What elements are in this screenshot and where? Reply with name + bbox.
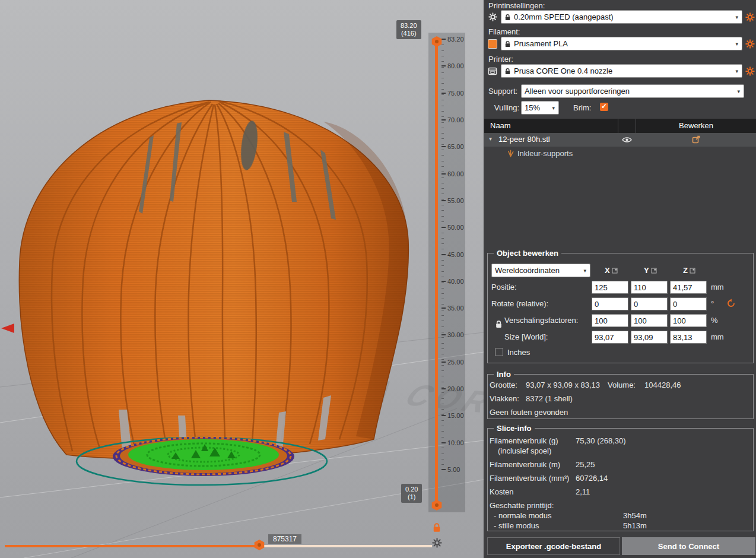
slider-settings-gear-icon[interactable] [432,538,442,548]
lock-icon [504,40,511,47]
unit-label: % [711,316,718,325]
brim-checkbox[interactable] [600,103,608,111]
rotation-z-input[interactable] [670,297,707,310]
size-z-input[interactable] [670,331,707,344]
ruler-tick: 10.00 [441,439,464,446]
position-z-input[interactable] [670,281,707,294]
3d-viewport[interactable]: PRUSA CORE [0,0,484,558]
volume-label: Volume: [608,381,636,389]
axis-box-icon[interactable] [612,268,618,274]
x-axis-arrow-icon [1,324,14,333]
print-settings-row: 0.20mm SPEED (aangepast) ▾ [487,10,755,24]
unit-label: mm [711,283,724,291]
slice-row-value: 60726,14 [576,474,608,483]
printer-icon[interactable] [487,66,498,76]
export-gcode-button[interactable]: Exporteer .gcode-bestand [487,537,620,555]
rotation-y-input[interactable] [631,297,668,310]
position-y-input[interactable] [631,281,668,294]
visibility-eye-icon[interactable] [622,137,632,143]
send-to-connect-button[interactable]: Send to Connect [622,537,755,555]
slice-row-label: (inclusief spoel) [498,446,551,455]
ruler-tick: 75.00 [441,90,464,97]
slice-row-label: Filamentverbruik (m) [490,460,560,469]
layer-ruler: 83.20 80.00 75.00 70.00 65.00 60.00 55.0… [441,36,464,473]
chevron-down-icon: ▾ [583,268,586,274]
scene-canvas[interactable]: PRUSA CORE [0,0,484,558]
size-y-input[interactable] [631,331,668,344]
ruler-tick: 80.00 [441,62,464,69]
slice-row-value: 2,11 [576,487,590,496]
brim-label: Brim: [573,103,591,112]
filament-combo[interactable]: Prusament PLA ▾ [501,37,742,50]
reset-rotation-button[interactable] [726,299,736,308]
slice-row-label: Filamentverbruik (mm³) [490,474,569,483]
print-settings-label: Printinstellingen: [488,1,545,10]
volume-value: 104428,46 [644,381,681,389]
slider-lock-icon[interactable] [432,522,441,532]
size-x-input[interactable] [592,331,628,344]
unit-label: ° [711,299,714,308]
infill-label: Vulling: [488,103,519,112]
printer-gear-icon[interactable] [745,66,755,76]
print-settings-combo[interactable]: 0.20mm SPEED (aangepast) ▾ [501,10,742,24]
printer-combo[interactable]: Prusa CORE One 0.4 nozzle ▾ [501,64,742,78]
axis-box-icon[interactable] [651,268,657,274]
scale-x-input[interactable] [592,314,628,327]
object-list-row[interactable]: ▾ 12-peer 80h.stl [484,133,756,147]
model-object[interactable] [19,100,408,459]
info-group-title: Info [494,370,514,379]
infill-value: 15% [525,103,540,112]
layer-min-tooltip: 0.20 (1) [401,484,422,503]
slice-row-value: 75,30 (268,30) [576,436,626,445]
rotation-x-input[interactable] [592,297,628,310]
support-combo[interactable]: Alleen voor supportforceringen ▾ [521,84,744,98]
filament-swatch[interactable] [487,39,498,49]
print-settings-tab-icon[interactable] [487,12,498,21]
coordinate-system-value: Wereldcoördinaten [495,266,560,275]
column-separator [618,119,618,133]
scale-y-input[interactable] [631,314,668,327]
object-list-header: Naam Bewerken [484,119,756,133]
ruler-tick: 50.00 [441,224,464,231]
ruler-tick: 5.00 [441,466,464,473]
layer-max-tooltip: 83.20 (416) [396,20,421,39]
filament-label: Filament: [488,27,520,36]
printer-value: Prusa CORE One 0.4 nozzle [514,66,612,75]
printer-row: Prusa CORE One 0.4 nozzle ▾ [487,64,755,78]
slice-row-label: Filamentverbruik (g) [490,436,558,445]
filament-gear-icon[interactable] [745,39,755,49]
inches-label: Inches [507,348,530,357]
ruler-tick: 20.00 [441,385,464,392]
column-name: Naam [490,121,511,130]
position-x-input[interactable] [592,281,628,294]
object-sub-item-row[interactable]: Inkleur-supports [484,147,756,160]
move-slider-track-rest[interactable] [255,545,432,547]
axis-box-icon[interactable] [690,268,695,274]
coordinate-system-combo[interactable]: Wereldcoördinaten ▾ [491,264,590,277]
slice-row-label: - stille modus [494,521,539,530]
inches-checkbox[interactable] [495,348,503,356]
support-label: Support: [488,87,517,96]
print-settings-gear-icon[interactable] [745,12,755,22]
scale-z-input[interactable] [670,314,707,327]
filament-value: Prusament PLA [514,39,568,48]
infill-combo[interactable]: 15% ▾ [521,101,559,115]
scale-lock-icon[interactable] [495,320,503,328]
manipulation-group-title: Object bewerken [494,249,561,258]
ruler-tick: 70.00 [441,116,464,123]
ruler-tick: 45.00 [441,251,464,258]
layer-slider-track[interactable] [435,39,438,507]
move-slider-track-filled[interactable] [5,545,255,547]
slice-row-value: 25,25 [576,460,595,469]
expand-arrow-icon[interactable]: ▾ [489,135,492,142]
ruler-tick: 40.00 [441,278,464,285]
size-info-label: Grootte: [490,381,517,389]
slice-row-label: Kosten [490,487,513,496]
rotation-label: Rotate (relative): [491,299,548,308]
facets-value: 8372 (1 shell) [526,394,573,403]
object-settings-icon[interactable] [692,135,700,144]
settings-sidebar: Printinstellingen: 0.20mm SPEED (aangepa… [484,0,756,558]
ruler-tick: 55.00 [441,197,464,204]
chevron-down-icon: ▾ [735,14,738,20]
filament-row: Prusament PLA ▾ [487,37,755,50]
